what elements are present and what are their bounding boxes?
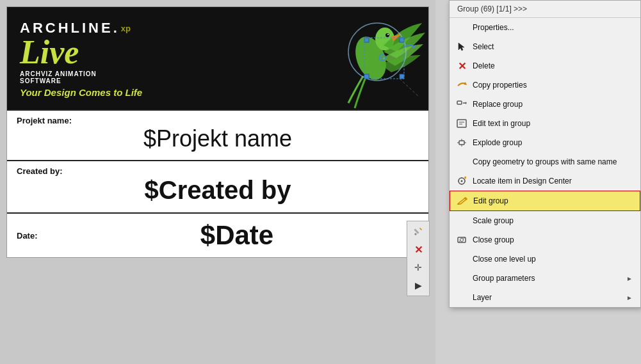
layer-arrow: ► [626,294,633,301]
date-label: Date: [17,231,55,241]
menu-item-copy-geometry[interactable]: Copy geometry to groups with same name [450,152,640,171]
svg-rect-15 [414,228,419,233]
created-value: $Created by [17,176,419,205]
menu-item-close-one-level[interactable]: Close one level up [450,249,640,269]
toolbar-delete-btn[interactable]: ✕ [409,241,428,258]
svg-rect-7 [364,74,369,79]
menu-label-edit-text: Edit text in group [473,119,633,128]
svg-marker-16 [419,228,422,230]
move-icon: ✛ [414,262,422,273]
menu-label-locate: Locate item in Design Center [473,177,633,186]
svg-rect-8 [400,74,404,79]
menu-item-edit-group[interactable]: Edit group [450,191,640,211]
svg-rect-23 [459,141,464,145]
menu-header: Group (69) [1/1] >>> [450,1,640,18]
menu-label-scale-group: Scale group [473,216,633,225]
svg-rect-5 [364,38,369,42]
projekt-value: $Projekt name [17,125,419,152]
pencil-icon [413,226,423,237]
properties-icon [455,20,469,35]
svg-rect-18 [457,101,462,104]
menu-item-group-parameters[interactable]: Group parameters ► [450,269,640,288]
menu-item-explode-group[interactable]: Explode group [450,133,640,152]
close-group-icon [455,233,469,247]
menu-item-delete[interactable]: ✕ Delete [450,56,640,75]
form-area: Projekt name: $Projekt name Created by: … [7,109,428,257]
archviz-text: ARCHVIZ ANIMATION SOFTWARE [20,70,231,84]
svg-point-3 [387,34,389,35]
menu-item-close-group[interactable]: Close group [450,230,640,249]
context-menu: Group (69) [1/1] >>> Properties... Selec… [449,0,641,308]
menu-item-scale-group[interactable]: Scale group [450,211,640,230]
group-parameters-arrow: ► [626,275,633,282]
locate-icon [455,174,469,188]
menu-item-replace-group[interactable]: Replace group [450,95,640,114]
svg-point-29 [461,180,463,182]
menu-label-select: Select [473,42,633,51]
close-one-level-icon [455,252,469,266]
tagline-text: Your Design Comes to Life [20,87,231,98]
menu-label-layer: Layer [473,293,626,302]
svg-point-2 [385,33,389,37]
created-label: Created by: [17,166,419,176]
menu-label-close-one-level: Close one level up [473,255,633,264]
toolbar-move-btn[interactable]: ✛ [409,258,428,276]
form-row-created: Created by: $Created by [7,160,428,212]
edit-group-icon [455,194,469,208]
toolbar-pencil-btn[interactable] [409,223,428,241]
form-row-date: Date: $Date [7,212,428,257]
svg-rect-20 [457,120,466,127]
copy-geometry-icon [455,155,469,169]
menu-item-layer[interactable]: Layer ► [450,288,640,307]
date-value: $Date [55,220,419,251]
menu-label-copy-geometry: Copy geometry to groups with same name [473,157,633,166]
menu-label-edit-group: Edit group [473,196,632,205]
toolbar-arrow-btn[interactable]: ▶ [409,276,428,294]
arrow-right-icon: ▶ [415,280,422,290]
delete-icon: ✕ [414,244,423,256]
menu-label-close-group: Close group [473,235,633,244]
banner-left: ARCHLINE. xp Live ARCHVIZ ANIMATION SOFT… [7,7,244,109]
menu-item-select[interactable]: Select [450,37,640,56]
svg-point-35 [464,177,466,178]
menu-item-locate[interactable]: Locate item in Design Center [450,171,640,191]
projekt-label: Projekt name: [17,116,419,125]
delete-menu-icon: ✕ [455,59,469,73]
design-card: ARCHLINE. xp Live ARCHVIZ ANIMATION SOFT… [6,6,429,258]
menu-label-explode-group: Explode group [473,138,633,147]
layer-icon [455,290,469,305]
banner: ARCHLINE. xp Live ARCHVIZ ANIMATION SOFT… [7,7,428,109]
menu-item-properties[interactable]: Properties... [450,18,640,37]
menu-item-copy-properties[interactable]: Copy properties [450,75,640,95]
bird-illustration [300,7,428,109]
form-row-projekt: Projekt name: $Projekt name [7,109,428,160]
svg-point-37 [460,239,464,242]
xp-text: xp [121,24,131,33]
copy-properties-icon [455,78,469,92]
menu-label-delete: Delete [473,61,633,70]
replace-group-icon [455,97,469,111]
scale-group-icon [455,214,469,228]
floating-toolbar: ✕ ✛ ▶ [407,221,430,296]
menu-label-replace-group: Replace group [473,100,633,109]
group-parameters-icon [455,271,469,285]
live-text: Live [20,36,231,69]
svg-line-14 [400,79,419,97]
menu-label-copy-properties: Copy properties [473,81,633,90]
select-icon [455,40,469,54]
explode-group-icon [455,136,469,150]
menu-label-group-parameters: Group parameters [473,274,626,283]
menu-label-properties: Properties... [473,23,633,32]
svg-rect-6 [400,38,404,42]
menu-item-edit-text[interactable]: Edit text in group [450,114,640,133]
canvas-area: ARCHLINE. xp Live ARCHVIZ ANIMATION SOFT… [0,0,435,364]
banner-right [244,7,428,109]
edit-text-icon [455,116,469,131]
svg-marker-19 [466,102,467,104]
